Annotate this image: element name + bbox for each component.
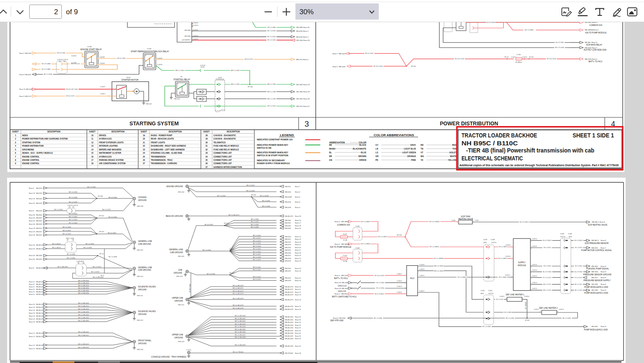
svg-text:SP-001: SP-001 bbox=[411, 66, 416, 67]
svg-text:SM-0240: SM-0240 bbox=[36, 188, 42, 189]
svg-text:COMMON IGN: COMMON IGN bbox=[337, 224, 350, 226]
svg-text:IGN TO PUMP MODULE: IGN TO PUMP MODULE bbox=[330, 246, 351, 248]
svg-text:17: 17 bbox=[91, 159, 94, 161]
svg-text:Sheet 8: Sheet 8 bbox=[333, 317, 338, 319]
svg-text:4: 4 bbox=[15, 145, 16, 147]
svg-text:YE: YE bbox=[421, 159, 423, 161]
svg-text:Sheet 31: Sheet 31 bbox=[295, 316, 301, 318]
svg-text:DR 4.0 1180: DR 4.0 1180 bbox=[117, 58, 125, 59]
svg-text:BK 1.0 0302: BK 1.0 0302 bbox=[69, 219, 77, 221]
svg-text:Sheet 12: Sheet 12 bbox=[29, 333, 35, 334]
svg-text:Sheet 8: Sheet 8 bbox=[601, 271, 606, 273]
svg-text:Sheet 7: Sheet 7 bbox=[601, 247, 606, 249]
svg-text:BK 1.0 4B-0200: BK 1.0 4B-0200 bbox=[235, 315, 245, 317]
svg-text:SM-0261: SM-0261 bbox=[285, 222, 291, 224]
svg-text:GROUND: GROUND bbox=[184, 30, 191, 31]
svg-text:BK 1.0 0301: BK 1.0 0301 bbox=[69, 216, 77, 218]
svg-text:WH 1.0 1085: WH 1.0 1085 bbox=[267, 84, 276, 85]
svg-text:CONSOLE GROUND - TRAX HARNESS: CONSOLE GROUND - TRAX HARNESS bbox=[151, 356, 186, 358]
svg-text:BK 1.0 0253: BK 1.0 0253 bbox=[253, 243, 261, 244]
svg-text:BK 1.0 4B-0205: BK 1.0 4B-0205 bbox=[235, 329, 245, 330]
svg-text:Sheet 11: Sheet 11 bbox=[29, 281, 35, 283]
svg-text:LB: LB bbox=[375, 148, 378, 150]
svg-text:SM-0309: SM-0309 bbox=[36, 259, 42, 260]
svg-text:BK 1.0 0261: BK 1.0 0261 bbox=[251, 221, 259, 223]
svg-text:WB-GEN/A: WB-GEN/A bbox=[341, 244, 350, 245]
svg-text:F-028: F-028 bbox=[343, 255, 347, 256]
svg-text:X-621#2: X-621#2 bbox=[532, 288, 537, 289]
svg-text:LEGEND: LEGEND bbox=[280, 133, 294, 137]
svg-text:29: 29 bbox=[205, 138, 208, 140]
svg-text:GND-002: GND-002 bbox=[146, 103, 152, 105]
svg-text:WB-4401: WB-4401 bbox=[342, 288, 348, 289]
svg-text:STARTING SYSTEM: STARTING SYSTEM bbox=[22, 142, 40, 144]
svg-text:GND-011: GND-011 bbox=[137, 295, 143, 297]
svg-text:X-030#4: X-030#4 bbox=[419, 269, 424, 270]
svg-text:BK 1.0 TRX030: BK 1.0 TRX030 bbox=[233, 351, 243, 353]
svg-text:CIR: CIR bbox=[82, 262, 85, 264]
svg-text:RD: RD bbox=[421, 144, 423, 146]
svg-text:Sheet 12: Sheet 12 bbox=[29, 345, 35, 346]
svg-text:Sheet 28: Sheet 28 bbox=[335, 288, 341, 289]
svg-text:ENG: ENG bbox=[569, 236, 572, 238]
svg-text:WB-1160: WB-1160 bbox=[25, 53, 31, 54]
svg-text:X-633#1: X-633#1 bbox=[499, 296, 505, 297]
svg-text:BK 1.0 4B-0270: BK 1.0 4B-0270 bbox=[233, 285, 243, 287]
svg-text:Sheet 13: Sheet 13 bbox=[295, 268, 301, 269]
svg-text:Sheet 13: Sheet 13 bbox=[295, 260, 301, 262]
svg-text:Sheet 31: Sheet 31 bbox=[295, 330, 301, 332]
svg-text:GROUND: GROUND bbox=[138, 199, 147, 201]
svg-text:BK AYR GND: BK AYR GND bbox=[189, 284, 191, 292]
svg-text:X-633#4: X-633#4 bbox=[524, 296, 529, 297]
svg-text:Sheet 6: Sheet 6 bbox=[295, 201, 300, 203]
svg-text:BK 1.0 0255: BK 1.0 0255 bbox=[253, 248, 261, 250]
svg-text:F-030: F-030 bbox=[517, 54, 520, 56]
svg-text:GND-003: GND-003 bbox=[174, 98, 180, 100]
svg-text:BK 1.0 0280: BK 1.0 0280 bbox=[506, 317, 514, 319]
svg-text:X-620#4: X-620#4 bbox=[505, 256, 510, 257]
svg-text:WH 1.0 1381: WH 1.0 1381 bbox=[267, 98, 276, 100]
svg-text:Sheet 12: Sheet 12 bbox=[29, 336, 35, 338]
svg-text:M-001: M-001 bbox=[127, 77, 131, 79]
svg-text:SM-4B-0201: SM-4B-0201 bbox=[285, 319, 293, 321]
svg-text:25: 25 bbox=[143, 156, 145, 158]
svg-text:SM-4B-020: SM-4B-020 bbox=[36, 304, 43, 305]
svg-text:23: 23 bbox=[143, 149, 145, 151]
svg-text:BK 1.0 4B-0204: BK 1.0 4B-0204 bbox=[235, 326, 245, 327]
svg-text:14: 14 bbox=[91, 149, 94, 151]
svg-text:SP-002: SP-002 bbox=[251, 194, 256, 196]
svg-text:SM-4B-0206: SM-4B-0206 bbox=[285, 333, 293, 334]
svg-text:BK 1.0 0308: BK 1.0 0308 bbox=[67, 254, 75, 255]
svg-text:SM-0281: SM-0281 bbox=[339, 317, 345, 319]
svg-text:1: 1 bbox=[15, 135, 16, 137]
svg-text:Sheet 3: Sheet 3 bbox=[29, 188, 34, 189]
svg-text:WB-1034: WB-1034 bbox=[339, 66, 345, 68]
svg-text:DR 4.0 1170: DR 4.0 1170 bbox=[244, 58, 253, 60]
svg-text:SP-10: SP-10 bbox=[99, 253, 104, 255]
svg-text:Sheet 16: Sheet 16 bbox=[29, 321, 35, 323]
svg-text:BK 1.0 4B-0205: BK 1.0 4B-0205 bbox=[78, 302, 89, 304]
svg-text:BK 1.0 2221: BK 1.0 2221 bbox=[543, 284, 551, 285]
svg-text:CONNECTORS LIST: CONNECTORS LIST bbox=[213, 162, 232, 165]
svg-text:DR 4.0 1170: DR 4.0 1170 bbox=[66, 95, 74, 97]
svg-text:X-030#1: X-030#1 bbox=[397, 273, 402, 275]
svg-text:BK 1.0 0200: BK 1.0 0200 bbox=[246, 190, 255, 192]
svg-text:BK 1.0 0313: BK 1.0 0313 bbox=[93, 266, 101, 268]
svg-text:SWITCH IS ON: SWITCH IS ON bbox=[257, 147, 271, 149]
svg-text:Sheet 30: Sheet 30 bbox=[29, 217, 35, 219]
svg-text:15.0 A: 15.0 A bbox=[343, 261, 347, 262]
svg-text:START PERMISSION/INTERLOCK REL: START PERMISSION/INTERLOCK RELAY bbox=[131, 51, 170, 53]
svg-text:BK 4.0 0241: BK 4.0 0241 bbox=[253, 269, 261, 271]
svg-text:SM-0241: SM-0241 bbox=[285, 270, 291, 272]
svg-text:Sheet 11: Sheet 11 bbox=[295, 289, 301, 290]
svg-text:X-024#E: X-024#E bbox=[157, 58, 162, 59]
svg-text:Sheet 12: Sheet 12 bbox=[295, 258, 301, 259]
svg-text:UPPER CAB: UPPER CAB bbox=[172, 334, 183, 336]
svg-text:BK 1.0 4B-0250: BK 1.0 4B-0250 bbox=[78, 292, 89, 294]
svg-text:+12V SUPPLY: +12V SUPPLY bbox=[181, 39, 191, 41]
svg-text:INTERIOR LIGHTING: INTERIOR LIGHTING bbox=[99, 145, 118, 147]
svg-text:PARKING BRAKE SYSTEM: PARKING BRAKE SYSTEM bbox=[99, 159, 124, 161]
svg-text:BK 1.0 4B-0101: BK 1.0 4B-0101 bbox=[78, 331, 89, 333]
svg-text:HYDRAULICS: HYDRAULICS bbox=[99, 138, 112, 140]
svg-text:Sheet 6: Sheet 6 bbox=[295, 191, 300, 193]
